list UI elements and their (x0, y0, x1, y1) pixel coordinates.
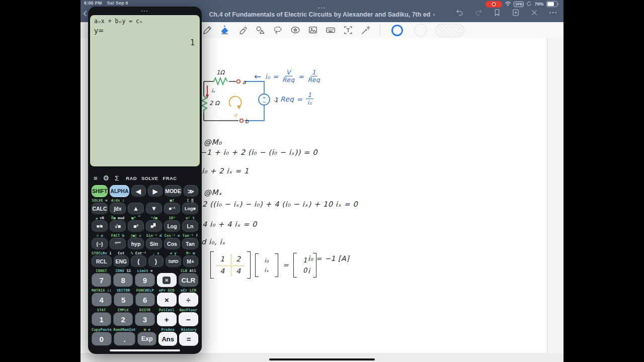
color-swatch-empty[interactable] (414, 24, 427, 37)
sum-icon[interactable]: Σ (115, 175, 119, 182)
calc-key-ENG[interactable]: ENG (114, 255, 129, 267)
calc-key-CLR[interactable]: CLR (179, 273, 198, 287)
mode-rad[interactable]: RAD (126, 175, 137, 181)
key-sublabel: d/dx : (110, 198, 126, 203)
calc-key-_[interactable]: ■² (128, 220, 144, 232)
mode-frac[interactable]: FRAC (163, 175, 177, 181)
calc-key-_[interactable]: °′″ (110, 238, 126, 250)
mode-solve[interactable]: SOLVE (141, 175, 158, 181)
pen-tool-icon[interactable] (201, 24, 213, 36)
eraser-tool-icon[interactable] (219, 24, 231, 36)
color-swatch-ring[interactable] (391, 25, 403, 36)
calc-key-_[interactable]: ▲ (128, 203, 144, 215)
highlighter-tool-icon[interactable] (236, 24, 249, 36)
calc-key-9[interactable]: 9 (135, 273, 154, 287)
calc-key-_[interactable]: − (179, 312, 198, 326)
calc-key-3[interactable]: 3 (135, 312, 154, 326)
calc-key-hyp[interactable]: hyp (128, 238, 144, 250)
note-title[interactable]: Ch.4 of Fundamentals of Electric Circuit… (209, 11, 435, 18)
calc-key-Ln[interactable]: Ln (182, 220, 198, 232)
calc-key-_[interactable]: ■∕■ (92, 220, 108, 232)
calc-key-Sin[interactable]: Sin (146, 238, 162, 250)
undo-button[interactable] (455, 8, 464, 17)
redo-button[interactable] (474, 8, 483, 17)
calculator-drag-handle[interactable]: ••• (88, 7, 202, 14)
calc-key-8[interactable]: 8 (113, 273, 133, 287)
key-sublabel: nCr LCM (179, 288, 198, 293)
calc-key-Tan[interactable]: Tan (182, 238, 198, 250)
calc-key-Log_[interactable]: Log■ (182, 203, 198, 215)
text-tool-icon[interactable] (342, 24, 354, 36)
more-button[interactable] (548, 8, 557, 17)
solve-title: d i₀, iₓ (201, 238, 225, 246)
calc-key-_[interactable]: ◀ (131, 185, 146, 197)
key-sublabel: PreAns (158, 327, 178, 332)
settings-icon[interactable]: ⚙ (103, 174, 110, 182)
calc-key-_[interactable]: + (157, 312, 177, 326)
key-sublabel: STOCLRv i (92, 251, 112, 255)
calc-key-S_D[interactable]: S⇄D (166, 255, 181, 267)
screen-recording-indicator[interactable] (486, 1, 502, 8)
lasso-tool-icon[interactable] (272, 24, 284, 36)
calc-key-_dx[interactable]: ∫dx (110, 203, 126, 215)
calc-key-_[interactable]: ■▘ (146, 220, 162, 232)
screen-value: 1 (190, 38, 195, 47)
calc-key-_[interactable]: . (114, 332, 136, 346)
calc-keycell: VECTOR5 (114, 288, 133, 307)
wifi-icon (505, 0, 511, 9)
image-tool-icon[interactable] (307, 24, 319, 36)
add-page-button[interactable] (511, 8, 520, 17)
calc-key-_[interactable]: ) (148, 255, 164, 267)
calc-key-0[interactable]: 0 (92, 332, 112, 346)
calc-key-_[interactable]: = (179, 332, 198, 346)
shapes-tool-icon[interactable] (254, 24, 266, 36)
key-sublabel: PolCeil (157, 308, 177, 312)
calc-key-_[interactable]: (−) (92, 238, 108, 250)
calc-key-4[interactable]: 4 (92, 293, 112, 307)
solve-result: i₀ = −1 [A] i (308, 254, 349, 275)
calc-key-_[interactable]: √■ (110, 220, 126, 232)
calc-key-MODE[interactable]: MODE (165, 185, 182, 197)
calc-key-_[interactable]: × (157, 293, 177, 307)
calc-key-Log[interactable]: Log (164, 220, 180, 232)
tool-strip (201, 24, 464, 37)
bookmark-button[interactable] (493, 8, 502, 17)
multitask-indicator[interactable]: ••• (318, 6, 326, 11)
close-button[interactable] (530, 8, 539, 17)
calc-key-_[interactable]: ■⁻¹ (164, 203, 180, 215)
calc-key-7[interactable]: 7 (92, 273, 111, 287)
calc-key-_[interactable]: × (157, 273, 177, 287)
source-minus: − (262, 99, 266, 105)
home-indicator[interactable] (269, 358, 375, 361)
menu-icon[interactable]: ≡ (94, 175, 98, 182)
calc-key-_[interactable]: ÷ (179, 293, 198, 307)
calc-key-SHIFT[interactable]: SHIFT (92, 185, 108, 197)
key-sublabel: Cos⁻¹ e (164, 233, 180, 238)
calc-key-_[interactable]: ▶ (148, 185, 163, 197)
keyboard-tool-icon[interactable] (325, 24, 337, 36)
calc-key-_[interactable]: ( (131, 255, 146, 267)
calc-keycell: CMPLX2 (113, 308, 133, 326)
color-swatch-hatch[interactable] (435, 24, 464, 37)
stamp-tool-icon[interactable] (289, 24, 301, 36)
calc-keycell: Sin⁻¹ dSin (146, 233, 162, 250)
calc-key-2[interactable]: 2 (113, 312, 133, 326)
calc-key-_[interactable]: ▼ (146, 203, 162, 215)
calc-key-5[interactable]: 5 (114, 293, 133, 307)
calc-key-1[interactable]: 1 (92, 312, 111, 326)
calc-keycell: CotENG (114, 251, 129, 267)
calc-key-RCL[interactable]: RCL (92, 255, 112, 267)
page-gutter (547, 38, 564, 353)
calc-key-Cos[interactable]: Cos (164, 238, 180, 250)
calc-key-6[interactable]: 6 (135, 293, 155, 307)
calc-key-M_[interactable]: M+ (183, 255, 198, 267)
calc-key-ALPHA[interactable]: ALPHA (110, 185, 129, 197)
key-sublabel: CONST (92, 268, 111, 273)
calc-key-_[interactable]: ≫ (184, 185, 198, 197)
calculator-home-handle[interactable] (110, 349, 180, 351)
calc-key-Exp[interactable]: Exp (137, 332, 156, 346)
key-sublabel: RecFloor (179, 308, 198, 312)
laser-tool-icon[interactable] (360, 24, 372, 36)
calc-key-Ans[interactable]: Ans (158, 332, 178, 346)
calc-key-CALC[interactable]: CALC (92, 203, 108, 215)
